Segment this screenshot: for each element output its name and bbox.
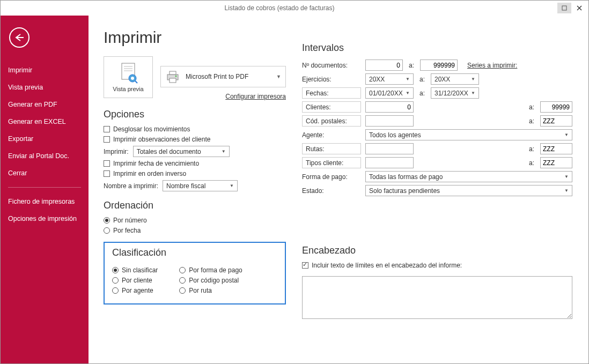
sidebar-item-generar-excel[interactable]: Generar en EXCEL (1, 113, 89, 130)
clasificacion-box: Clasificación Sin clasificar Por cliente… (104, 242, 286, 304)
chk-desglosar[interactable] (104, 126, 110, 132)
radio-por-cp[interactable] (179, 277, 186, 284)
radio-por-fecha[interactable] (104, 227, 110, 234)
cp-label[interactable]: Cód. postales: (302, 115, 361, 127)
ndoc-label: Nº documentos: (302, 62, 361, 69)
chk-observaciones-label: Imprimir observaciones del cliente (113, 136, 210, 143)
chk-desglosar-label: Desglosar los movimientos (113, 125, 190, 133)
sidebar-item-cerrar[interactable]: Cerrar (1, 165, 89, 182)
close-button[interactable] (572, 3, 586, 13)
radio-sin-clasificar[interactable] (112, 267, 119, 273)
chk-incluir-texto[interactable] (302, 262, 308, 269)
imprimir-combo[interactable]: Totales del documento▼ (133, 146, 230, 157)
rutas-label[interactable]: Rutas: (302, 143, 361, 154)
radio-por-forma-pago[interactable] (179, 267, 186, 273)
series-link[interactable]: Series a imprimir: (467, 62, 517, 69)
chevron-down-icon: ▼ (222, 149, 226, 154)
radio-por-fecha-label: Por fecha (113, 227, 141, 234)
nombre-imprimir-label: Nombre a imprimir: (104, 182, 158, 190)
ndoc-to-input[interactable] (420, 60, 458, 71)
clientes-to-input[interactable] (540, 101, 572, 113)
imprimir-label: Imprimir: (104, 148, 129, 155)
sidebar-item-generar-pdf[interactable]: Generar en PDF (1, 96, 89, 113)
fecha-from-combo[interactable]: 01/01/20XX▼ (365, 87, 414, 99)
agente-label: Agente: (302, 131, 361, 139)
fechas-label[interactable]: Fechas: (302, 87, 361, 99)
maximize-button[interactable] (557, 3, 571, 13)
fecha-to-combo[interactable]: 31/12/20XX▼ (431, 87, 479, 99)
estado-combo[interactable]: Solo facturas pendientes▼ (365, 185, 572, 196)
svg-point-8 (131, 77, 134, 80)
tipos-to-input[interactable] (540, 157, 572, 168)
radio-por-ruta[interactable] (179, 287, 186, 294)
opciones-heading: Opciones (104, 109, 286, 120)
configurar-impresora-link[interactable]: Configurar impresora (225, 93, 286, 100)
clasificacion-heading: Clasificación (112, 247, 277, 258)
ejercicio-to-combo[interactable]: 20XX▼ (431, 73, 479, 85)
ejercicio-from-combo[interactable]: 20XX▼ (365, 73, 414, 85)
svg-rect-11 (170, 71, 176, 75)
tipos-label[interactable]: Tipos cliente: (302, 157, 361, 168)
chk-orden-inverso-label: Imprimir en orden inverso (113, 170, 186, 177)
vista-previa-label: Vista previa (113, 86, 143, 92)
sidebar-item-fichero-impresoras[interactable]: Fichero de impresoras (1, 193, 89, 210)
sidebar-item-exportar[interactable]: Exportar (1, 130, 89, 147)
sidebar-item-imprimir[interactable]: Imprimir (1, 62, 89, 79)
ordenacion-heading: Ordenación (104, 200, 286, 211)
sidebar: Imprimir Vista previa Generar en PDF Gen… (1, 16, 89, 363)
chk-fecha-venc-label: Imprimir fecha de vencimiento (113, 160, 199, 167)
radio-por-agente[interactable] (112, 287, 119, 294)
cp-from-input[interactable] (365, 115, 414, 127)
chevron-down-icon: ▼ (230, 183, 234, 188)
sidebar-separator (8, 187, 81, 188)
ejercicios-label: Ejercicios: (302, 76, 361, 83)
forma-pago-label: Forma de pago: (302, 173, 361, 181)
rutas-from-input[interactable] (365, 143, 414, 154)
rutas-to-input[interactable] (540, 143, 572, 154)
sidebar-item-enviar-portal[interactable]: Enviar al Portal Doc. (1, 147, 89, 165)
chk-incluir-texto-label: Incluir texto de límites en el encabezad… (312, 262, 462, 269)
sidebar-item-vista-previa[interactable]: Vista previa (1, 79, 89, 96)
encabezado-heading: Encabezado (302, 245, 572, 256)
chk-fecha-venc[interactable] (104, 160, 110, 167)
radio-por-numero[interactable] (104, 217, 110, 224)
agente-combo[interactable]: Todos los agentes▼ (365, 129, 572, 140)
svg-point-13 (175, 76, 177, 77)
page-title: Imprimir (104, 28, 286, 47)
chk-observaciones[interactable] (104, 136, 110, 143)
vista-previa-button[interactable]: Vista previa (104, 56, 153, 98)
svg-rect-12 (170, 78, 176, 83)
estado-label: Estado: (302, 187, 361, 195)
radio-por-numero-label: Por número (113, 217, 147, 224)
chevron-down-icon: ▼ (276, 74, 281, 79)
window-title: Listado de cobros (estado de facturas) (3, 4, 556, 12)
ndoc-from-input[interactable] (365, 60, 403, 71)
preview-doc-icon (119, 62, 138, 84)
intervalos-heading: Intervalos (302, 42, 572, 54)
forma-pago-combo[interactable]: Todas las formas de pago▼ (365, 171, 572, 182)
back-button[interactable] (9, 27, 30, 48)
tipos-from-input[interactable] (365, 157, 414, 168)
radio-por-cliente[interactable] (112, 277, 119, 284)
arrow-left-icon (14, 33, 25, 42)
title-bar: Listado de cobros (estado de facturas) (1, 1, 588, 16)
printer-icon (165, 70, 180, 83)
chk-orden-inverso[interactable] (104, 170, 110, 177)
clientes-from-input[interactable] (365, 101, 414, 113)
cp-to-input[interactable] (540, 115, 572, 127)
printer-name: Microsoft Print to PDF (186, 73, 248, 80)
encabezado-textarea[interactable] (302, 276, 572, 319)
printer-select[interactable]: Microsoft Print to PDF ▼ (160, 66, 286, 87)
clientes-label[interactable]: Clientes: (302, 101, 361, 113)
nombre-imprimir-combo[interactable]: Nombre fiscal▼ (163, 180, 238, 191)
svg-line-9 (135, 81, 137, 83)
svg-rect-0 (562, 6, 566, 10)
sidebar-item-opciones-impresion[interactable]: Opciones de impresión (1, 210, 89, 227)
